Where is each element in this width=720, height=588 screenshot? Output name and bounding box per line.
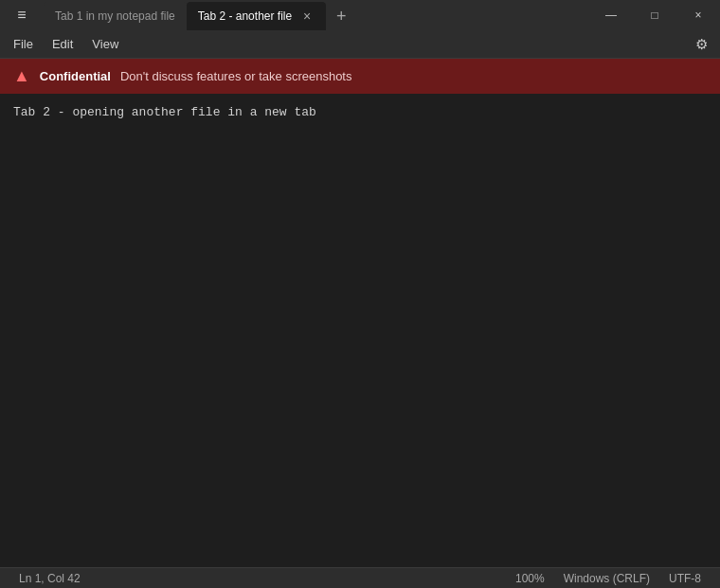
menu-bar-right: ⚙ [686, 31, 716, 58]
line-ending[interactable]: Windows (CRLF) [554, 572, 659, 585]
maximize-button[interactable]: □ [633, 0, 676, 30]
status-bar: Ln 1, Col 42 100% Windows (CRLF) UTF-8 [0, 567, 720, 588]
menu-file[interactable]: File [4, 33, 43, 55]
close-button[interactable]: × [676, 0, 720, 30]
status-right: 100% Windows (CRLF) UTF-8 [506, 572, 711, 585]
tab-2[interactable]: Tab 2 - another file × [187, 2, 326, 30]
menu-bar: File Edit View ⚙ [0, 30, 720, 59]
tabs-area: Tab 1 in my notepad file Tab 2 - another… [44, 0, 589, 30]
tab-2-label: Tab 2 - another file [198, 9, 292, 23]
settings-icon[interactable]: ⚙ [686, 31, 716, 58]
menu-edit[interactable]: Edit [43, 33, 82, 55]
menu-view[interactable]: View [82, 33, 128, 55]
banner-title: Confidential [40, 69, 111, 83]
banner-text: Don't discuss features or take screensho… [120, 69, 352, 83]
cursor-position: Ln 1, Col 42 [9, 572, 90, 585]
tab-1[interactable]: Tab 1 in my notepad file [44, 2, 187, 30]
tab-1-label: Tab 1 in my notepad file [55, 9, 175, 23]
app-icon: ≡ [0, 7, 44, 24]
zoom-level[interactable]: 100% [506, 572, 554, 585]
editor-area[interactable]: Tab 2 - opening another file in a new ta… [0, 94, 720, 567]
new-tab-button[interactable]: + [326, 2, 356, 30]
editor-content: Tab 2 - opening another file in a new ta… [13, 103, 707, 122]
encoding[interactable]: UTF-8 [659, 572, 711, 585]
minimize-button[interactable]: — [589, 0, 633, 30]
title-bar: ≡ Tab 1 in my notepad file Tab 2 - anoth… [0, 0, 720, 30]
window-controls: — □ × [589, 0, 720, 30]
tab-2-close-icon[interactable]: × [299, 9, 315, 24]
warning-icon: ▲ [13, 66, 30, 86]
confidential-banner: ▲ Confidential Don't discuss features or… [0, 59, 720, 94]
